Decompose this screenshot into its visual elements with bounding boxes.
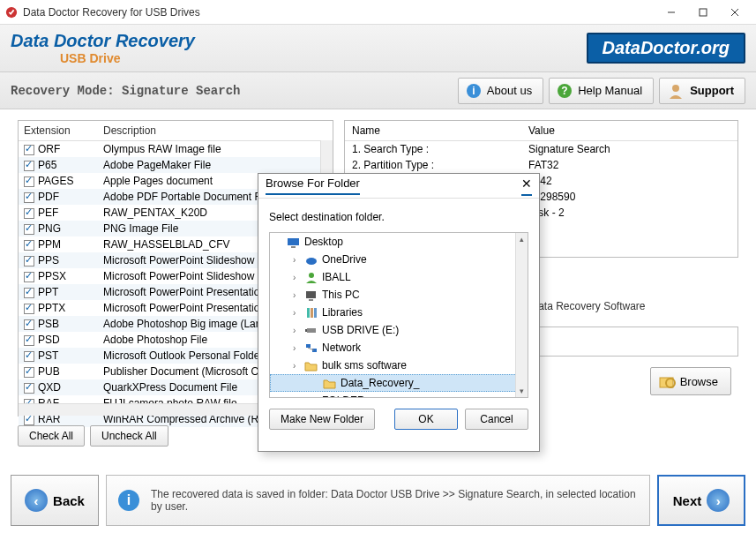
tree-item[interactable]: ›FOLDER	[270, 392, 528, 398]
svg-rect-24	[305, 329, 307, 332]
folder-icon	[303, 359, 318, 372]
info-value-header[interactable]: Value	[521, 121, 562, 140]
back-button[interactable]: ‹ Back	[11, 475, 99, 526]
browse-label: Browse	[680, 375, 718, 388]
checkbox[interactable]	[24, 335, 34, 346]
maximize-button[interactable]	[687, 1, 719, 24]
checkbox[interactable]	[24, 304, 34, 314]
titlebar: Data Doctor Recovery for USB Drives	[0, 0, 756, 25]
close-button[interactable]	[719, 1, 751, 24]
tree-item-label: bulk sms software	[322, 359, 407, 372]
checkbox[interactable]	[24, 161, 34, 171]
checkbox[interactable]	[24, 383, 34, 394]
info-icon: i	[117, 489, 140, 512]
desktop-icon	[286, 236, 300, 248]
check-all-button[interactable]: Check All	[18, 425, 85, 447]
tree-scrollbar[interactable]: ▴ ▾	[515, 233, 528, 397]
expand-icon[interactable]: ›	[293, 361, 302, 371]
svg-rect-19	[309, 299, 313, 301]
svg-rect-14	[288, 238, 299, 245]
back-label: Back	[53, 493, 85, 508]
ext-row[interactable]: ORFOlympus RAW Image file	[19, 141, 333, 158]
tree-item[interactable]: ›Network	[270, 339, 528, 357]
ok-button[interactable]: OK	[394, 409, 458, 430]
tree-item[interactable]: Desktop	[270, 233, 528, 251]
logo-line2: USB Drive	[60, 51, 587, 65]
info-icon: i	[466, 83, 482, 99]
expand-icon[interactable]: ›	[293, 255, 302, 265]
checkbox[interactable]	[24, 176, 34, 187]
checkbox[interactable]	[24, 367, 34, 378]
expand-icon[interactable]: ›	[293, 273, 302, 282]
tree-item[interactable]: ›IBALL	[270, 268, 528, 286]
ext-row[interactable]: P65Adobe PageMaker File	[19, 157, 333, 173]
support-button[interactable]: Support	[659, 78, 745, 104]
support-icon	[667, 82, 685, 100]
expand-icon[interactable]: ›	[293, 326, 302, 335]
bottom-bar: ‹ Back i The recovered data is saved in …	[11, 475, 745, 526]
pc-icon	[303, 289, 318, 301]
folder-icon	[303, 394, 318, 398]
next-arrow-icon: ›	[707, 489, 730, 512]
next-label: Next	[673, 493, 702, 508]
tree-item-label: FOLDER	[322, 394, 365, 398]
next-button[interactable]: Next ›	[657, 475, 745, 526]
back-arrow-icon: ‹	[25, 489, 48, 512]
svg-rect-18	[306, 291, 316, 298]
svg-rect-20	[307, 308, 310, 318]
about-label: About us	[487, 84, 532, 97]
logo: Data Doctor Recovery USB Drive	[11, 31, 587, 65]
svg-text:?: ?	[562, 85, 568, 97]
tree-item[interactable]: ›OneDrive	[270, 251, 528, 268]
browse-icon	[658, 373, 676, 389]
checkbox[interactable]	[24, 224, 34, 235]
expand-icon[interactable]: ›	[293, 343, 302, 353]
cancel-button[interactable]: Cancel	[465, 409, 528, 430]
tree-item[interactable]: ›Libraries	[270, 304, 528, 321]
tree-item[interactable]: Data_Recovery_	[270, 374, 528, 392]
scroll-down-icon[interactable]: ▾	[516, 385, 528, 397]
checkbox[interactable]	[24, 256, 34, 266]
header: Data Doctor Recovery USB Drive DataDocto…	[0, 25, 756, 72]
info-name-header[interactable]: Name	[345, 121, 521, 140]
about-button[interactable]: i About us	[458, 78, 543, 104]
browse-button[interactable]: Browse	[650, 367, 731, 395]
checkbox[interactable]	[24, 145, 34, 155]
checkbox[interactable]	[24, 351, 34, 362]
checkbox[interactable]	[24, 319, 34, 330]
expand-icon[interactable]: ›	[293, 290, 302, 300]
svg-text:i: i	[472, 85, 475, 97]
checkbox[interactable]	[24, 208, 34, 219]
checkbox[interactable]	[24, 240, 34, 251]
help-button[interactable]: ? Help Manual	[549, 78, 654, 104]
browse-folder-dialog: Browse For Folder ✕ Select destination f…	[258, 173, 540, 452]
expand-icon[interactable]: ›	[293, 396, 302, 399]
uncheck-all-button[interactable]: Uncheck All	[90, 425, 168, 447]
user-icon	[303, 271, 318, 283]
make-new-folder-button[interactable]: Make New Folder	[269, 409, 375, 430]
tree-item[interactable]: ›This PC	[270, 286, 528, 304]
svg-rect-25	[306, 344, 311, 348]
dialog-title: Browse For Folder	[266, 176, 360, 195]
tree-item[interactable]: ›bulk sms software	[270, 357, 528, 374]
checkbox[interactable]	[24, 192, 34, 203]
checkbox[interactable]	[24, 272, 34, 282]
desc-header[interactable]: Description	[98, 121, 333, 141]
svg-point-9	[672, 85, 679, 92]
expand-icon[interactable]: ›	[293, 308, 302, 318]
scroll-up-icon[interactable]: ▴	[516, 233, 528, 245]
tree-item-label: OneDrive	[322, 253, 367, 266]
ext-header[interactable]: Extension	[19, 121, 98, 141]
checkbox[interactable]	[24, 415, 34, 425]
tree-item[interactable]: ›USB DRIVE (E:)	[270, 321, 528, 339]
svg-point-17	[309, 273, 314, 278]
logo-line1: Data Doctor Recovery	[11, 31, 587, 51]
folder-icon	[322, 377, 336, 389]
lib-icon	[303, 306, 318, 319]
minimize-button[interactable]	[655, 1, 687, 24]
usb-icon	[303, 324, 318, 336]
support-label: Support	[690, 84, 734, 97]
dialog-close-button[interactable]: ✕	[521, 176, 532, 196]
svg-rect-22	[314, 308, 317, 318]
checkbox[interactable]	[24, 288, 34, 298]
